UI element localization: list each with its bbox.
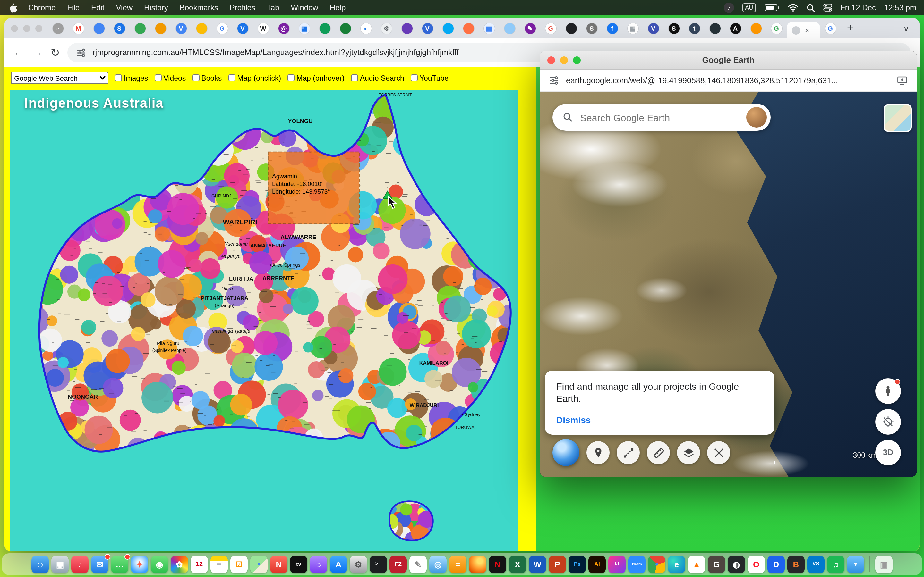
browser-tab[interactable]: W — [253, 18, 273, 39]
browser-tab[interactable]: G — [212, 18, 232, 39]
tab-search-button[interactable]: ∨ — [899, 23, 913, 33]
earth-address-bar[interactable]: earth.google.com/web/@-19.41990588,146.1… — [540, 70, 917, 92]
browser-tab[interactable]: V — [232, 18, 253, 39]
browser-tab[interactable]: V — [643, 18, 664, 39]
reload-button[interactable]: ↻ — [51, 46, 60, 59]
browser-tab[interactable] — [561, 18, 582, 39]
browser-tab[interactable] — [129, 18, 150, 39]
browser-tab[interactable] — [704, 18, 725, 39]
menu-item[interactable]: File — [61, 3, 86, 12]
new-tab-button[interactable]: + — [841, 22, 860, 35]
textedit[interactable]: ✎ — [409, 556, 427, 573]
minimize-window-button[interactable] — [23, 25, 30, 32]
layers-button[interactable] — [677, 441, 700, 464]
search-engine-select[interactable]: Google Web Search — [11, 72, 108, 84]
obs[interactable]: ◍ — [728, 556, 745, 573]
safari[interactable]: ✦ — [131, 556, 148, 573]
search-option-checkbox[interactable] — [288, 74, 294, 81]
search-option-checkbox[interactable] — [115, 74, 122, 81]
calendar[interactable]: 12 — [191, 556, 208, 573]
earth-search-bar[interactable] — [552, 104, 771, 131]
edge[interactable]: e — [668, 556, 685, 573]
blender[interactable]: B — [787, 556, 804, 573]
overview-minimap[interactable] — [884, 104, 912, 132]
browser-tab[interactable]: S — [582, 18, 602, 39]
search-option[interactable]: YouTube — [411, 74, 449, 82]
launchpad[interactable]: ▦ — [51, 556, 69, 573]
browser-tab[interactable]: A — [725, 18, 746, 39]
docker[interactable]: D — [767, 556, 785, 573]
notes[interactable]: ≡ — [210, 556, 228, 573]
search-option[interactable]: Books — [192, 74, 222, 82]
menu-item[interactable]: Edit — [86, 3, 110, 12]
preview[interactable]: ◎ — [429, 556, 447, 573]
map-style-button[interactable] — [552, 439, 580, 466]
input-source-indicator[interactable]: AU — [742, 3, 756, 12]
powerpoint[interactable]: P — [549, 556, 566, 573]
earth-search-input[interactable] — [580, 112, 740, 123]
news[interactable]: N — [270, 556, 288, 573]
search-option-checkbox[interactable] — [154, 74, 162, 81]
netflix[interactable]: N — [489, 556, 506, 573]
site-settings-icon[interactable] — [549, 75, 559, 86]
search-option[interactable]: Images — [115, 74, 148, 82]
control-center-icon[interactable] — [823, 4, 832, 11]
apple-menu[interactable] — [8, 3, 23, 13]
browser-tab[interactable]: ▦ — [294, 18, 314, 39]
browser-tab[interactable]: ✎ — [520, 18, 540, 39]
browser-tab[interactable] — [314, 18, 335, 39]
vscode[interactable]: VS — [807, 556, 825, 573]
menu-item[interactable]: Tab — [261, 3, 285, 12]
firefox[interactable] — [469, 556, 486, 573]
browser-tab[interactable]: V — [417, 18, 438, 39]
wifi-icon[interactable] — [788, 4, 798, 11]
browser-tab[interactable]: t — [684, 18, 704, 39]
chrome[interactable]: ● — [648, 556, 666, 573]
music[interactable]: ♪ — [71, 556, 89, 573]
browser-tab[interactable]: ◐ — [355, 18, 376, 39]
browser-tab[interactable]: V — [171, 18, 191, 39]
podcasts[interactable]: ◌ — [310, 556, 327, 573]
browser-tab[interactable]: @ — [273, 18, 294, 39]
menu-item[interactable]: History — [138, 3, 174, 12]
browser-tab[interactable]: M — [68, 18, 89, 39]
gimp[interactable]: G — [708, 556, 725, 573]
zoom-window-button[interactable] — [573, 56, 581, 64]
browser-tab[interactable]: G — [766, 18, 787, 39]
browser-tab[interactable]: S — [109, 18, 129, 39]
browser-tab[interactable] — [150, 18, 171, 39]
search-option[interactable]: Map (onclick) — [228, 74, 281, 82]
close-window-button[interactable] — [11, 25, 18, 32]
tv[interactable]: tv — [290, 556, 307, 573]
search-option-checkbox[interactable] — [411, 74, 418, 81]
filezilla[interactable]: FZ — [389, 556, 407, 573]
photos[interactable]: ✿ — [171, 556, 188, 573]
measure-button[interactable] — [647, 441, 670, 464]
search-option[interactable]: Videos — [154, 74, 186, 82]
project-tools-button[interactable] — [707, 441, 730, 464]
search-option-checkbox[interactable] — [351, 74, 358, 81]
account-avatar[interactable] — [746, 107, 767, 127]
excel[interactable]: X — [509, 556, 526, 573]
forward-button[interactable]: → — [32, 46, 43, 59]
pegman-button[interactable] — [875, 378, 901, 404]
zoom[interactable]: zoom — [628, 556, 646, 573]
system-settings[interactable]: ⚙ — [350, 556, 367, 573]
browser-tab[interactable] — [89, 18, 109, 39]
tab-close-button[interactable]: × — [804, 26, 809, 34]
browser-tab[interactable] — [746, 18, 766, 39]
calculator[interactable]: = — [449, 556, 467, 573]
facetime[interactable]: ◉ — [151, 556, 168, 573]
maps[interactable]: ● — [250, 556, 268, 573]
finder[interactable]: ☺ — [31, 556, 49, 573]
app-store[interactable]: A — [330, 556, 347, 573]
zoom-window-button[interactable] — [35, 25, 42, 32]
menu-bar-clock[interactable]: 12:53 pm — [884, 3, 916, 12]
browser-tab[interactable] — [397, 18, 417, 39]
menu-item[interactable]: Bookmarks — [174, 3, 224, 12]
open-in-app-icon[interactable] — [897, 75, 908, 86]
menu-bar-date[interactable]: Fri 12 Dec — [840, 3, 876, 12]
mail[interactable]: ✉ — [91, 556, 108, 573]
dismiss-button[interactable]: Dismiss — [556, 415, 591, 425]
minimize-window-button[interactable] — [560, 56, 568, 64]
